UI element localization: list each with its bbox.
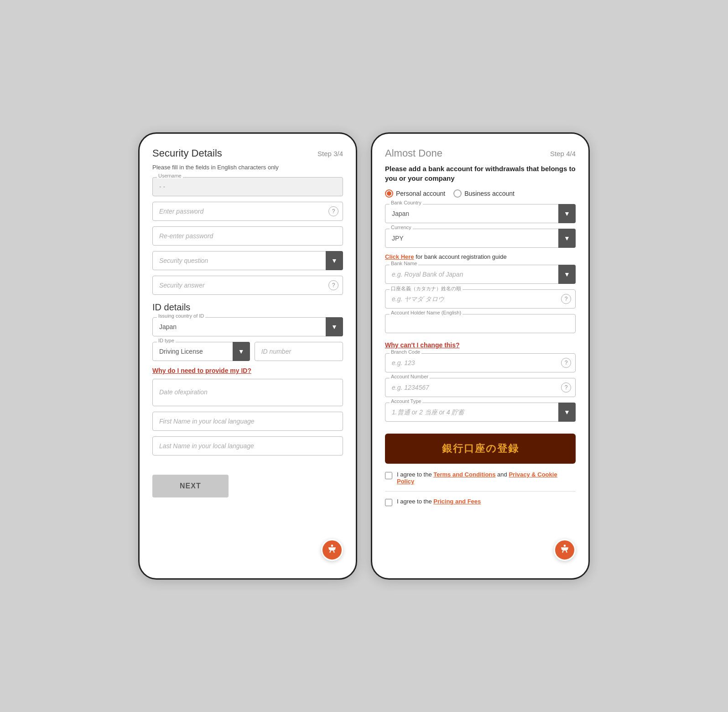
branch-code-input[interactable] bbox=[385, 353, 576, 372]
jp-name-help-icon[interactable]: ? bbox=[561, 294, 571, 304]
right-title: Almost Done bbox=[385, 147, 442, 159]
id-type-row: ID type ▼ bbox=[152, 342, 343, 366]
jp-name-field: 口座名義（カタカナ）姓名の順 ? bbox=[385, 289, 576, 309]
first-name-local-field bbox=[152, 412, 343, 431]
right-phone-frame: Almost Done Step 4/4 Please add a bank a… bbox=[371, 132, 590, 580]
security-answer-field: ? bbox=[152, 276, 343, 295]
account-type-help-icon[interactable]: ? bbox=[561, 407, 571, 417]
reenter-password-input[interactable] bbox=[152, 226, 343, 246]
bank-country-field: Bank Country ▼ bbox=[385, 204, 576, 223]
security-question-field: ▼ bbox=[152, 251, 343, 270]
pricing-text: I agree to the Pricing and Fees bbox=[397, 498, 481, 505]
account-number-input[interactable] bbox=[385, 378, 576, 397]
accessibility-icon bbox=[326, 544, 338, 556]
left-instruction: Please fill in the fields in English cha… bbox=[152, 164, 343, 171]
why-cant-change-link[interactable]: Why can't I change this? bbox=[385, 341, 460, 349]
security-answer-input[interactable] bbox=[152, 276, 343, 295]
pricing-checkbox-row: I agree to the Pricing and Fees bbox=[385, 498, 576, 506]
issuing-country-field: Issuing country of ID ▼ bbox=[152, 317, 343, 336]
date-expiration-input[interactable] bbox=[152, 379, 343, 406]
bank-name-help-icon[interactable]: ? bbox=[561, 269, 571, 279]
personal-account-label: Personal account bbox=[396, 190, 445, 197]
id-number-field bbox=[255, 342, 343, 361]
username-field: Username bbox=[152, 177, 343, 196]
divider bbox=[385, 491, 576, 492]
account-number-field: Account Number ? bbox=[385, 378, 576, 397]
svg-point-0 bbox=[331, 544, 333, 547]
jp-name-input[interactable] bbox=[385, 289, 576, 309]
last-name-local-field bbox=[152, 436, 343, 455]
security-question-input[interactable] bbox=[152, 251, 343, 270]
date-expiration-field bbox=[152, 379, 343, 406]
personal-account-option[interactable]: Personal account bbox=[385, 189, 445, 198]
right-accessibility-button[interactable] bbox=[554, 539, 576, 561]
left-title: Security Details bbox=[152, 147, 222, 159]
password-input[interactable] bbox=[152, 202, 343, 221]
account-number-help-icon[interactable]: ? bbox=[561, 382, 571, 393]
account-holder-field: Account Holder Name (English) bbox=[385, 314, 576, 333]
bank-guide-text: Click Here for bank account registration… bbox=[385, 253, 576, 260]
id-type-input[interactable] bbox=[152, 342, 250, 361]
click-here-link[interactable]: Click Here bbox=[385, 253, 414, 260]
last-name-local-input[interactable] bbox=[152, 436, 343, 455]
right-step: Step 4/4 bbox=[550, 150, 576, 157]
right-accessibility-icon bbox=[558, 544, 571, 556]
security-answer-help-icon[interactable]: ? bbox=[328, 280, 338, 290]
pricing-checkbox[interactable] bbox=[385, 499, 392, 506]
register-bank-button[interactable]: 銀行口座の登録 bbox=[385, 434, 576, 464]
accessibility-button[interactable] bbox=[321, 539, 343, 561]
id-type-field: ID type ▼ bbox=[152, 342, 250, 361]
business-account-label: Business account bbox=[464, 190, 515, 197]
left-btn-row: NEXT bbox=[152, 461, 343, 497]
first-name-local-input[interactable] bbox=[152, 412, 343, 431]
bank-name-input[interactable] bbox=[385, 265, 576, 284]
bank-guide-suffix: for bank account registration guide bbox=[414, 253, 507, 260]
password-help-icon[interactable]: ? bbox=[328, 206, 338, 216]
bank-name-field: Bank Name ? ▼ bbox=[385, 265, 576, 284]
next-button[interactable]: NEXT bbox=[152, 475, 229, 497]
business-radio[interactable] bbox=[453, 189, 462, 198]
account-type-field: Account Type ? ▼ bbox=[385, 403, 576, 422]
business-account-option[interactable]: Business account bbox=[453, 189, 515, 198]
terms-text: I agree to the Terms and Conditions and … bbox=[397, 471, 576, 485]
left-step: Step 3/4 bbox=[317, 150, 343, 157]
currency-field: Currency ▼ bbox=[385, 229, 576, 248]
terms-checkbox[interactable] bbox=[385, 472, 392, 479]
id-section-title: ID details bbox=[152, 302, 343, 313]
personal-radio[interactable] bbox=[385, 189, 393, 198]
password-field: ? bbox=[152, 202, 343, 221]
currency-input[interactable] bbox=[385, 229, 576, 248]
why-id-link[interactable]: Why do I need to provide my ID? bbox=[152, 367, 251, 374]
terms-link1[interactable]: Terms and Conditions bbox=[433, 471, 495, 478]
pricing-link[interactable]: Pricing and Fees bbox=[433, 498, 481, 505]
account-type-input[interactable] bbox=[385, 403, 576, 422]
issuing-country-input[interactable] bbox=[152, 317, 343, 336]
left-phone-frame: Security Details Step 3/4 Please fill in… bbox=[138, 132, 357, 580]
branch-code-field: Branch Code ? bbox=[385, 353, 576, 372]
reenter-password-field bbox=[152, 226, 343, 246]
branch-code-help-icon[interactable]: ? bbox=[561, 358, 571, 368]
account-type-row: Personal account Business account bbox=[385, 189, 576, 198]
id-number-input[interactable] bbox=[255, 342, 343, 361]
terms-checkbox-row: I agree to the Terms and Conditions and … bbox=[385, 471, 576, 485]
username-input[interactable] bbox=[152, 177, 343, 196]
bank-instruction: Please add a bank account for withdrawal… bbox=[385, 164, 576, 183]
bank-country-input[interactable] bbox=[385, 204, 576, 223]
svg-point-1 bbox=[564, 544, 566, 547]
account-holder-input[interactable] bbox=[385, 314, 576, 333]
